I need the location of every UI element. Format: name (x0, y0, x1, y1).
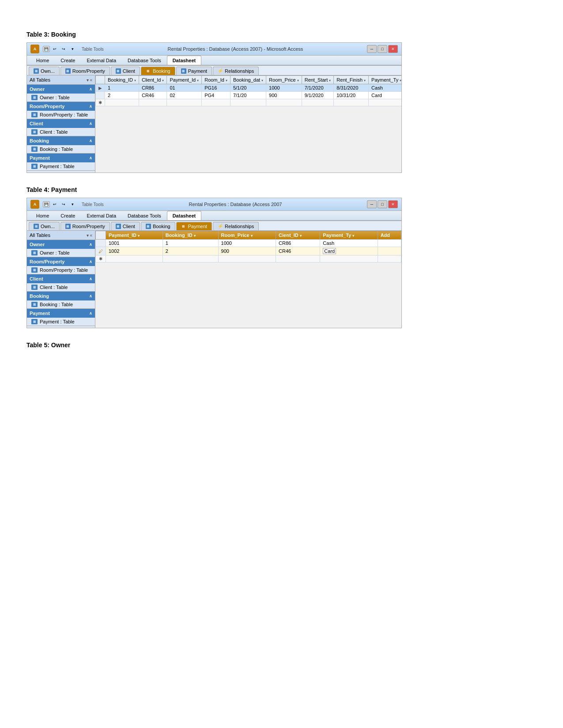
payment-row-1[interactable]: 1001 1 1000 CR86 Cash (96, 240, 401, 247)
nav-booking-table[interactable]: ▦ Booking : Table (27, 145, 95, 153)
new-row-room-id[interactable] (202, 99, 230, 106)
new-row-room-price[interactable] (266, 99, 302, 106)
p-nav-client-table[interactable]: ▦ Client : Table (27, 283, 95, 291)
row2-room-price[interactable]: 900 (266, 92, 302, 99)
p-row2-payment-ty[interactable]: Card (320, 247, 378, 255)
p-nav-payment-table[interactable]: ▦ Payment : Table (27, 318, 95, 326)
col-payment-id[interactable]: Payment_ID ▾ (106, 231, 163, 240)
tab-database-tools[interactable]: Database Tools (122, 56, 167, 65)
col-p-room-price[interactable]: Room_Price ▾ (218, 231, 276, 240)
maximize-btn-p[interactable]: □ (378, 200, 387, 208)
p-doctab-roomproperty[interactable]: ▦ Room/Property (60, 222, 110, 230)
new-row-booking-id[interactable] (105, 99, 139, 106)
col-booking-id[interactable]: Booking_ID ▾ (105, 76, 139, 84)
p-new-row-booking-id[interactable] (162, 255, 218, 263)
booking-row-1[interactable]: ▶ 1 CR86 01 PG16 5/1/20 1000 7/1/2020 8/… (96, 84, 402, 92)
doctab-relationships[interactable]: ⚡ Relationships (213, 67, 259, 75)
p-row2-payment-id[interactable]: 1002 (106, 247, 163, 255)
col-room-id[interactable]: Room_Id ▾ (202, 76, 230, 84)
p-doctab-payment[interactable]: ▦ Payment (176, 222, 212, 230)
p-doctab-client[interactable]: ▦ Client (111, 222, 140, 230)
p-row1-add[interactable] (378, 240, 401, 247)
row2-payment-id[interactable]: 02 (167, 92, 202, 99)
row1-payment-ty[interactable]: Cash (369, 84, 401, 92)
col-cient-id[interactable]: Cient_ID ▾ (276, 231, 320, 240)
p-row1-room-price[interactable]: 1000 (218, 240, 276, 247)
close-btn-p[interactable]: ✕ (388, 200, 398, 208)
row2-booking-id[interactable]: 2 (105, 92, 139, 99)
doctab-client[interactable]: ▦ Client (111, 67, 140, 75)
undo-btn[interactable]: ↩ (51, 45, 59, 53)
nav-group-client-header[interactable]: Client ∧ (27, 119, 95, 128)
p-doctab-owner[interactable]: ▦ Own... (29, 222, 60, 230)
p-row1-cient-id[interactable]: CR86 (276, 240, 320, 247)
minimize-btn[interactable]: ─ (367, 45, 377, 53)
col-booking-dat[interactable]: Booking_dat ▾ (230, 76, 266, 84)
doctab-payment[interactable]: ▦ Payment (176, 67, 212, 75)
doctab-booking[interactable]: ▦ Booking (141, 67, 175, 75)
row2-payment-ty[interactable]: Card (369, 92, 401, 99)
p-nav-booking-table[interactable]: ▦ Booking : Table (27, 300, 95, 308)
undo-btn-p[interactable]: ↩ (51, 201, 59, 208)
p-row2-cient-id[interactable]: CR46 (276, 247, 320, 255)
col-payment-id[interactable]: Payment_Id ▾ (167, 76, 202, 84)
p-doctab-relationships[interactable]: ⚡ Relationships (213, 222, 259, 230)
p-row1-payment-id[interactable]: 1001 (106, 240, 163, 247)
p-row2-add[interactable] (378, 247, 401, 255)
p-row1-payment-ty[interactable]: Cash (320, 240, 378, 247)
p-row1-booking-id[interactable]: 1 (162, 240, 218, 247)
p-nav-group-client-header[interactable]: Client ∧ (27, 274, 95, 283)
row2-rent-finish[interactable]: 10/31/20 (334, 92, 369, 99)
save-btn[interactable]: 💾 (43, 46, 50, 52)
p-new-row-payment-ty[interactable] (320, 255, 378, 263)
nav-owner-table[interactable]: ▦ Owner : Table (27, 94, 95, 101)
col-add[interactable]: Add (378, 231, 401, 240)
close-btn[interactable]: ✕ (388, 45, 398, 53)
row2-client-id[interactable]: CR46 (139, 92, 166, 99)
p-nav-group-booking-header[interactable]: Booking ∧ (27, 292, 95, 300)
dropdown-btn[interactable]: ▾ (68, 45, 76, 53)
tab-home[interactable]: Home (30, 56, 55, 65)
doctab-roomproperty[interactable]: ▦ Room/Property (60, 67, 110, 75)
dropdown-btn-p[interactable]: ▾ (68, 201, 76, 208)
redo-btn-p[interactable]: ↪ (60, 201, 68, 208)
p-new-row-room-price[interactable] (218, 255, 276, 263)
nav-collapse-btn[interactable]: « (90, 78, 92, 83)
new-row-rent-finish[interactable] (334, 99, 369, 106)
nav-group-owner-header[interactable]: Owner ∧ (27, 85, 95, 94)
new-row-payment-ty[interactable] (369, 99, 401, 106)
col-rent-start[interactable]: Rent_Start ▾ (302, 76, 334, 84)
payment-nav-dropdown-btn[interactable]: ▾ (87, 233, 89, 238)
row2-booking-dat[interactable]: 7/1/20 (230, 92, 266, 99)
tab-external-data[interactable]: External Data (81, 56, 122, 65)
booking-row-2[interactable]: 2 CR46 02 PG4 7/1/20 900 9/1/2020 10/31/… (96, 92, 402, 99)
nav-dropdown-btn[interactable]: ▾ (87, 78, 89, 83)
row1-booking-id[interactable]: 1 (105, 84, 139, 92)
new-row-rent-start[interactable] (302, 99, 334, 106)
row2-rent-start[interactable]: 9/1/2020 (302, 92, 334, 99)
col-p-booking-id[interactable]: Booking_ID ▾ (162, 231, 218, 240)
row1-client-id[interactable]: CR86 (139, 84, 166, 92)
tab-datasheet-p[interactable]: Datasheet (167, 211, 202, 220)
p-row2-booking-id[interactable]: 2 (162, 247, 218, 255)
row2-room-id[interactable]: PG4 (202, 92, 230, 99)
payment-nav-collapse-btn[interactable]: « (90, 233, 92, 238)
new-row-booking-dat[interactable] (230, 99, 266, 106)
p-nav-group-roomproperty-header[interactable]: Room/Property ∧ (27, 257, 95, 266)
tab-create-p[interactable]: Create (55, 211, 81, 220)
p-nav-roomproperty-table[interactable]: ▦ Room/Property : Table (27, 266, 95, 274)
row1-payment-id[interactable]: 01 (167, 84, 202, 92)
row1-room-id[interactable]: PG16 (202, 84, 230, 92)
p-doctab-booking[interactable]: ▦ Booking (141, 222, 175, 230)
nav-roomproperty-table[interactable]: ▦ Room/Property : Table (27, 111, 95, 119)
row1-booking-dat[interactable]: 5/1/20 (230, 84, 266, 92)
row1-rent-finish[interactable]: 8/31/2020 (334, 84, 369, 92)
row1-rent-start[interactable]: 7/1/2020 (302, 84, 334, 92)
p-new-row-add[interactable] (378, 255, 401, 263)
p-new-row-payment-id[interactable] (106, 255, 163, 263)
tab-home-p[interactable]: Home (30, 211, 55, 220)
minimize-btn-p[interactable]: ─ (367, 200, 377, 208)
p-row2-room-price[interactable]: 900 (218, 247, 276, 255)
booking-new-row[interactable]: ✱ (96, 99, 402, 106)
tab-external-data-p[interactable]: External Data (81, 211, 122, 220)
